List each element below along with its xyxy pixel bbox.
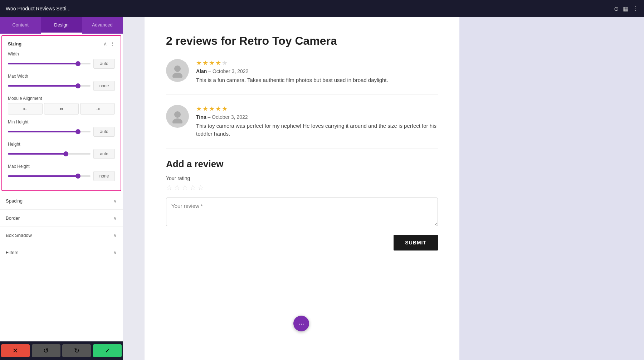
- review-date-tina: October 3, 2022: [212, 114, 248, 120]
- panel-content: Sizing ∧ ⋮ Width: [0, 34, 123, 341]
- max-height-label: Max Height: [8, 164, 115, 169]
- grid-icon[interactable]: ▦: [623, 5, 628, 12]
- star-5: ★: [222, 59, 228, 67]
- close-button[interactable]: ✕: [1, 344, 30, 357]
- review-body-tina: ★ ★ ★ ★ ★ Tina – October 3, 2022 This to…: [196, 105, 438, 138]
- rating-star-4[interactable]: ☆: [190, 183, 196, 192]
- module-alignment-field: Module Alignment ⇤ ⇔ ⇥: [8, 96, 115, 115]
- sizing-section-header[interactable]: Sizing ∧ ⋮: [2, 36, 121, 52]
- collapse-icon[interactable]: ∧: [103, 41, 107, 47]
- tab-content[interactable]: Content: [0, 17, 41, 34]
- spacing-header[interactable]: Spacing ∨: [0, 193, 123, 209]
- review-text-alan: This is a fun camera. Takes authentic fi…: [196, 76, 388, 84]
- max-height-value: none: [93, 171, 115, 181]
- width-track[interactable]: [8, 63, 91, 64]
- max-width-fill: [8, 85, 78, 87]
- avatar-alan: [166, 59, 189, 82]
- max-height-slider-row: none: [8, 171, 115, 181]
- max-height-field: Max Height none: [8, 164, 115, 181]
- submit-button[interactable]: SUBMIT: [394, 235, 438, 250]
- bottom-bar: ✕ ↺ ↻ ✓: [0, 341, 123, 360]
- review-item-tina: ★ ★ ★ ★ ★ Tina – October 3, 2022 This to…: [166, 105, 438, 149]
- spacing-title: Spacing: [6, 198, 23, 204]
- box-shadow-title: Box Shadow: [6, 233, 32, 238]
- avatar-tina: [166, 105, 189, 128]
- svg-point-1: [172, 73, 182, 78]
- width-fill: [8, 63, 78, 64]
- max-height-thumb[interactable]: [75, 174, 80, 179]
- avatar-icon: [170, 63, 185, 78]
- review-textarea[interactable]: [166, 198, 438, 226]
- redo-button[interactable]: ↻: [62, 344, 91, 357]
- max-height-track[interactable]: [8, 175, 91, 177]
- review-text-tina: This toy camera was perfect for my nephe…: [196, 122, 438, 138]
- rating-stars[interactable]: ☆ ☆ ☆ ☆ ☆: [166, 183, 438, 192]
- rating-star-2[interactable]: ☆: [174, 183, 180, 192]
- max-height-fill: [8, 175, 78, 177]
- height-track[interactable]: [8, 153, 91, 155]
- top-bar-icons: ⊙ ▦ ⋮: [614, 5, 638, 12]
- submit-row: SUBMIT: [166, 235, 438, 250]
- settings-icon[interactable]: ⊙: [614, 5, 619, 12]
- align-right-btn[interactable]: ⇥: [80, 103, 115, 115]
- review-dash-tina: –: [208, 114, 212, 120]
- content-panel: 2 reviews for Retro Toy Camera ★ ★ ★ ★: [145, 17, 459, 360]
- max-width-value: none: [93, 81, 115, 91]
- right-content: 2 reviews for Retro Toy Camera ★ ★ ★ ★: [123, 17, 644, 360]
- star-t3: ★: [209, 105, 215, 113]
- rating-star-1[interactable]: ☆: [166, 183, 172, 192]
- height-thumb[interactable]: [63, 151, 68, 156]
- min-height-fill: [8, 131, 78, 132]
- star-4: ★: [215, 59, 221, 67]
- border-title: Border: [6, 215, 20, 221]
- max-width-slider-row: none: [8, 81, 115, 91]
- star-t4: ★: [215, 105, 221, 113]
- avatar-icon-tina: [170, 109, 185, 123]
- star-3: ★: [209, 59, 215, 67]
- height-fill: [8, 153, 66, 155]
- rating-label: Your rating: [166, 175, 438, 181]
- min-height-label: Min Height: [8, 120, 115, 125]
- review-author-alan: Alan: [196, 68, 207, 74]
- max-width-track[interactable]: [8, 85, 91, 87]
- left-panel: Content Design Advanced Sizing ∧ ⋮ Wid: [0, 17, 123, 360]
- filters-chevron: ∨: [113, 250, 117, 255]
- tabs: Content Design Advanced: [0, 17, 123, 34]
- height-label: Height: [8, 142, 115, 147]
- svg-point-3: [172, 118, 182, 123]
- review-meta-tina: Tina – October 3, 2022: [196, 114, 438, 120]
- width-label: Width: [8, 52, 115, 57]
- rating-star-3[interactable]: ☆: [182, 183, 188, 192]
- height-field: Height auto: [8, 142, 115, 159]
- redo-icon: ↻: [74, 347, 79, 355]
- filters-header[interactable]: Filters ∨: [0, 244, 123, 261]
- more-icon[interactable]: ⋮: [633, 5, 638, 12]
- star-t2: ★: [203, 105, 208, 113]
- star-1: ★: [196, 59, 202, 67]
- align-center-btn[interactable]: ⇔: [44, 103, 79, 115]
- tab-design[interactable]: Design: [41, 17, 82, 34]
- review-date-alan: October 3, 2022: [213, 68, 248, 74]
- max-width-thumb[interactable]: [75, 83, 80, 88]
- min-height-track[interactable]: [8, 131, 91, 132]
- undo-icon: ↺: [43, 347, 49, 355]
- review-meta-alan: Alan – October 3, 2022: [196, 68, 388, 74]
- module-alignment-label: Module Alignment: [8, 96, 115, 101]
- right-background: [459, 17, 644, 360]
- undo-button[interactable]: ↺: [32, 344, 60, 357]
- border-header[interactable]: Border ∨: [0, 210, 123, 227]
- align-left-btn[interactable]: ⇤: [8, 103, 43, 115]
- height-value: auto: [93, 149, 115, 159]
- save-button[interactable]: ✓: [93, 344, 122, 357]
- min-height-thumb[interactable]: [75, 129, 80, 134]
- width-thumb[interactable]: [75, 61, 80, 66]
- rating-star-5[interactable]: ☆: [197, 183, 204, 192]
- box-shadow-header[interactable]: Box Shadow ∨: [0, 227, 123, 244]
- fab-button[interactable]: ···: [293, 316, 309, 331]
- height-slider-row: auto: [8, 149, 115, 159]
- tab-advanced[interactable]: Advanced: [82, 17, 123, 34]
- top-bar-title: Woo Product Reviews Setti...: [6, 6, 614, 11]
- svg-point-0: [174, 65, 181, 72]
- star-2: ★: [203, 59, 208, 67]
- more-options-icon[interactable]: ⋮: [110, 41, 115, 47]
